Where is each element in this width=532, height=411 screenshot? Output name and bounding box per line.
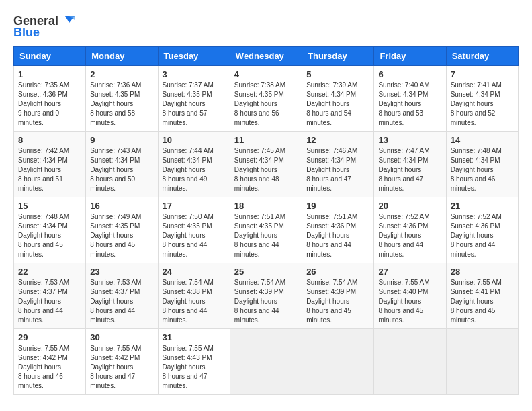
- day-info: Sunrise: 7:52 AMSunset: 4:36 PMDaylight …: [451, 212, 514, 259]
- calendar-cell: 2Sunrise: 7:36 AMSunset: 4:35 PMDaylight…: [86, 66, 158, 132]
- logo-bird-icon: [60, 13, 75, 28]
- calendar-cell: 27Sunrise: 7:55 AMSunset: 4:40 PMDayligh…: [374, 263, 446, 329]
- day-number: 14: [451, 135, 514, 145]
- day-info: Sunrise: 7:43 AMSunset: 4:34 PMDaylight …: [90, 146, 153, 193]
- calendar-cell: 26Sunrise: 7:54 AMSunset: 4:39 PMDayligh…: [302, 263, 374, 329]
- calendar-week-5: 29Sunrise: 7:55 AMSunset: 4:42 PMDayligh…: [14, 329, 519, 395]
- day-info: Sunrise: 7:41 AMSunset: 4:34 PMDaylight …: [451, 81, 514, 128]
- day-number: 4: [234, 69, 298, 79]
- day-number: 29: [18, 332, 81, 342]
- calendar-cell: 18Sunrise: 7:51 AMSunset: 4:35 PMDayligh…: [230, 197, 302, 263]
- day-number: 25: [234, 267, 298, 277]
- calendar-week-4: 22Sunrise: 7:53 AMSunset: 4:37 PMDayligh…: [14, 263, 519, 329]
- day-number: 23: [90, 267, 153, 277]
- day-number: 8: [18, 135, 81, 145]
- calendar-week-2: 8Sunrise: 7:42 AMSunset: 4:34 PMDaylight…: [14, 132, 519, 197]
- calendar-cell: 20Sunrise: 7:52 AMSunset: 4:36 PMDayligh…: [374, 197, 446, 263]
- calendar-cell: 14Sunrise: 7:48 AMSunset: 4:34 PMDayligh…: [446, 132, 518, 197]
- calendar-week-1: 1Sunrise: 7:35 AMSunset: 4:36 PMDaylight…: [14, 66, 519, 132]
- calendar-cell: [302, 329, 374, 395]
- calendar-cell: 13Sunrise: 7:47 AMSunset: 4:34 PMDayligh…: [374, 132, 446, 197]
- day-number: 26: [306, 267, 369, 277]
- page-header: General Blue: [13, 13, 519, 40]
- calendar-cell: 28Sunrise: 7:55 AMSunset: 4:41 PMDayligh…: [446, 263, 518, 329]
- logo-graphic: General Blue: [13, 13, 75, 40]
- day-number: 18: [234, 201, 298, 211]
- day-number: 10: [163, 135, 226, 145]
- day-info: Sunrise: 7:55 AMSunset: 4:41 PMDaylight …: [451, 278, 514, 325]
- col-header-wednesday: Wednesday: [230, 47, 302, 66]
- calendar-cell: 17Sunrise: 7:50 AMSunset: 4:35 PMDayligh…: [158, 197, 230, 263]
- calendar-week-3: 15Sunrise: 7:48 AMSunset: 4:34 PMDayligh…: [14, 197, 519, 263]
- calendar-cell: [446, 329, 518, 395]
- calendar-cell: 1Sunrise: 7:35 AMSunset: 4:36 PMDaylight…: [14, 66, 86, 132]
- day-info: Sunrise: 7:37 AMSunset: 4:35 PMDaylight …: [163, 81, 226, 128]
- col-header-friday: Friday: [374, 47, 446, 66]
- day-info: Sunrise: 7:46 AMSunset: 4:34 PMDaylight …: [306, 146, 369, 193]
- day-info: Sunrise: 7:55 AMSunset: 4:40 PMDaylight …: [378, 278, 441, 325]
- day-info: Sunrise: 7:36 AMSunset: 4:35 PMDaylight …: [90, 81, 153, 128]
- day-info: Sunrise: 7:55 AMSunset: 4:43 PMDaylight …: [163, 344, 226, 391]
- day-number: 20: [378, 201, 441, 211]
- calendar-cell: 19Sunrise: 7:51 AMSunset: 4:36 PMDayligh…: [302, 197, 374, 263]
- calendar-cell: 30Sunrise: 7:55 AMSunset: 4:42 PMDayligh…: [86, 329, 158, 395]
- logo: General Blue: [13, 13, 75, 40]
- day-number: 13: [378, 135, 441, 145]
- col-header-monday: Monday: [86, 47, 158, 66]
- calendar-cell: 9Sunrise: 7:43 AMSunset: 4:34 PMDaylight…: [86, 132, 158, 197]
- day-info: Sunrise: 7:48 AMSunset: 4:34 PMDaylight …: [451, 146, 514, 193]
- day-number: 5: [306, 69, 369, 79]
- day-info: Sunrise: 7:35 AMSunset: 4:36 PMDaylight …: [18, 81, 81, 128]
- calendar-cell: 16Sunrise: 7:49 AMSunset: 4:35 PMDayligh…: [86, 197, 158, 263]
- day-number: 31: [163, 332, 226, 342]
- day-number: 9: [90, 135, 153, 145]
- day-number: 28: [451, 267, 514, 277]
- calendar-cell: 24Sunrise: 7:54 AMSunset: 4:38 PMDayligh…: [158, 263, 230, 329]
- day-info: Sunrise: 7:40 AMSunset: 4:34 PMDaylight …: [378, 81, 441, 128]
- day-info: Sunrise: 7:54 AMSunset: 4:39 PMDaylight …: [234, 278, 298, 325]
- day-info: Sunrise: 7:54 AMSunset: 4:39 PMDaylight …: [306, 278, 369, 325]
- day-info: Sunrise: 7:52 AMSunset: 4:36 PMDaylight …: [378, 212, 441, 259]
- calendar-table: SundayMondayTuesdayWednesdayThursdayFrid…: [13, 46, 519, 395]
- col-header-thursday: Thursday: [302, 47, 374, 66]
- day-number: 24: [163, 267, 226, 277]
- day-info: Sunrise: 7:42 AMSunset: 4:34 PMDaylight …: [18, 146, 81, 193]
- calendar-cell: 3Sunrise: 7:37 AMSunset: 4:35 PMDaylight…: [158, 66, 230, 132]
- day-number: 16: [90, 201, 153, 211]
- day-number: 21: [451, 201, 514, 211]
- day-number: 3: [163, 69, 226, 79]
- col-header-saturday: Saturday: [446, 47, 518, 66]
- calendar-cell: [230, 329, 302, 395]
- day-info: Sunrise: 7:55 AMSunset: 4:42 PMDaylight …: [18, 344, 81, 391]
- day-number: 2: [90, 69, 153, 79]
- day-info: Sunrise: 7:55 AMSunset: 4:42 PMDaylight …: [90, 344, 153, 391]
- calendar-cell: [374, 329, 446, 395]
- day-info: Sunrise: 7:53 AMSunset: 4:37 PMDaylight …: [18, 278, 81, 325]
- day-number: 27: [378, 267, 441, 277]
- calendar-cell: 7Sunrise: 7:41 AMSunset: 4:34 PMDaylight…: [446, 66, 518, 132]
- day-info: Sunrise: 7:44 AMSunset: 4:34 PMDaylight …: [163, 146, 226, 193]
- day-number: 6: [378, 69, 441, 79]
- calendar-cell: 5Sunrise: 7:39 AMSunset: 4:34 PMDaylight…: [302, 66, 374, 132]
- calendar-cell: 6Sunrise: 7:40 AMSunset: 4:34 PMDaylight…: [374, 66, 446, 132]
- calendar-cell: 25Sunrise: 7:54 AMSunset: 4:39 PMDayligh…: [230, 263, 302, 329]
- calendar-cell: 15Sunrise: 7:48 AMSunset: 4:34 PMDayligh…: [14, 197, 86, 263]
- day-info: Sunrise: 7:38 AMSunset: 4:35 PMDaylight …: [234, 81, 298, 128]
- day-info: Sunrise: 7:49 AMSunset: 4:35 PMDaylight …: [90, 212, 153, 259]
- day-number: 7: [451, 69, 514, 79]
- day-number: 11: [234, 135, 298, 145]
- day-number: 12: [306, 135, 369, 145]
- calendar-cell: 11Sunrise: 7:45 AMSunset: 4:34 PMDayligh…: [230, 132, 302, 197]
- day-number: 30: [90, 332, 153, 342]
- calendar-cell: 29Sunrise: 7:55 AMSunset: 4:42 PMDayligh…: [14, 329, 86, 395]
- day-info: Sunrise: 7:48 AMSunset: 4:34 PMDaylight …: [18, 212, 81, 259]
- logo-text-blue: Blue: [13, 26, 40, 40]
- calendar-cell: 23Sunrise: 7:53 AMSunset: 4:37 PMDayligh…: [86, 263, 158, 329]
- calendar-cell: 22Sunrise: 7:53 AMSunset: 4:37 PMDayligh…: [14, 263, 86, 329]
- calendar-cell: 12Sunrise: 7:46 AMSunset: 4:34 PMDayligh…: [302, 132, 374, 197]
- day-number: 17: [163, 201, 226, 211]
- day-info: Sunrise: 7:50 AMSunset: 4:35 PMDaylight …: [163, 212, 226, 259]
- day-number: 1: [18, 69, 81, 79]
- col-header-tuesday: Tuesday: [158, 47, 230, 66]
- day-number: 19: [306, 201, 369, 211]
